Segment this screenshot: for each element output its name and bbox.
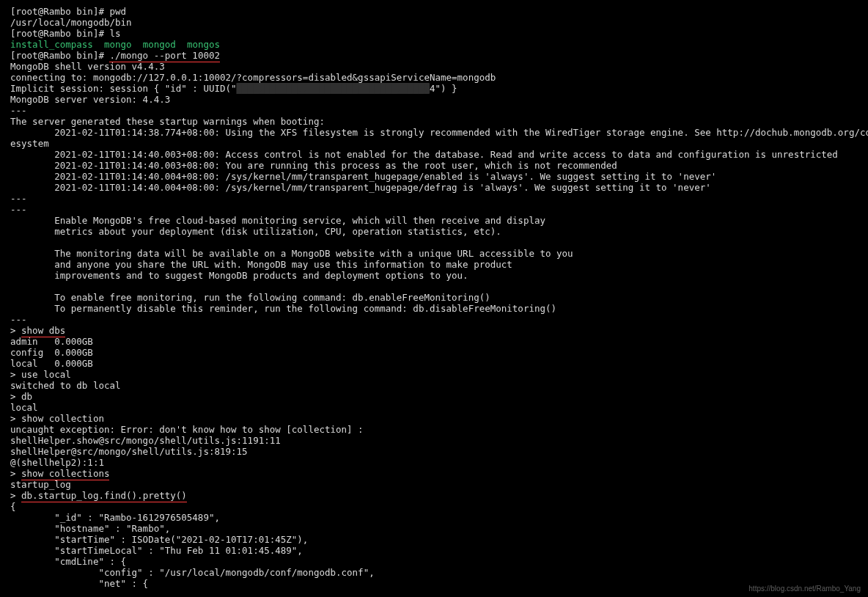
cmd-use-local: use local [21, 369, 71, 380]
cmd-find: db.startup_log.find().pretty() [21, 490, 187, 502]
dbs-line: admin 0.000GB [10, 336, 93, 347]
warn-line: esystem [10, 138, 49, 149]
error-line: shellHelper@src/mongo/shell/utils.js:819… [10, 446, 248, 457]
doc-line: "hostname" : "Rambo", [10, 523, 170, 534]
ls-item: mongo [104, 39, 132, 50]
mongo-prompt: > [10, 468, 21, 479]
session-redacted: ████.██ ██.. ██ ███ █████. ███. [237, 83, 430, 94]
fm-line: metrics about your deployment (disk util… [10, 226, 501, 237]
separator: --- [10, 193, 27, 204]
dbs-line: local 0.000GB [10, 358, 93, 369]
fm-line: The monitoring data will be available on… [10, 248, 573, 259]
shell-version: MongoDB shell version v4.4.3 [10, 61, 165, 72]
mongo-prompt: > [10, 413, 21, 424]
warn-line: 2021-02-11T01:14:40.003+08:00: Access co… [10, 149, 838, 160]
warn-line: 2021-02-11T01:14:40.004+08:00: /sys/kern… [10, 182, 711, 193]
fm-line: Enable MongoDB's free cloud-based monito… [10, 215, 545, 226]
shell-prompt: [root@Rambo bin]# [10, 6, 109, 17]
cmd-show-collection: show collection [21, 413, 104, 424]
shell-prompt: [root@Rambo bin]# [10, 28, 109, 39]
fm-line: To enable free monitoring, run the follo… [10, 292, 490, 303]
session-line-suffix: 4") } [430, 83, 457, 94]
ls-item: mongos [187, 39, 220, 50]
separator: --- [10, 314, 27, 325]
cmd-ls: ls [109, 28, 120, 39]
fm-line: improvements and to suggest MongoDB prod… [10, 270, 468, 281]
session-line-prefix: Implicit session: session { "id" : UUID(… [10, 83, 237, 94]
fm-line: and anyone you share the URL with. Mongo… [10, 259, 512, 270]
server-version: MongoDB server version: 4.4.3 [10, 94, 170, 105]
warn-line: 2021-02-11T01:14:40.003+08:00: You are r… [10, 160, 617, 171]
doc-line: "startTime" : ISODate("2021-02-10T17:01:… [10, 534, 308, 545]
doc-line: "config" : "/usr/local/mongodb/conf/mong… [10, 567, 375, 578]
collections-output: startup_log [10, 479, 71, 490]
terminal-output[interactable]: [root@Rambo bin]# pwd /usr/local/mongodb… [0, 0, 868, 595]
dbs-line: config 0.000GB [10, 347, 93, 358]
ls-item: install_compass [10, 39, 93, 50]
cmd-db: db [21, 391, 32, 402]
error-line: shellHelper.show@src/mongo/shell/utils.j… [10, 435, 281, 446]
shell-prompt: [root@Rambo bin]# [10, 50, 109, 61]
error-line: uncaught exception: Error: don't know ho… [10, 424, 364, 435]
watermark: https://blog.csdn.net/Rambo_Yang [749, 585, 861, 593]
doc-line: "cmdLine" : { [10, 556, 126, 567]
warn-header: The server generated these startup warni… [10, 116, 325, 127]
separator: --- [10, 105, 27, 116]
use-local-output: switched to db local [10, 380, 121, 391]
error-line: @(shellhelp2):1:1 [10, 457, 104, 468]
fm-line: To permanently disable this reminder, ru… [10, 303, 556, 314]
doc-line: "net" : { [10, 578, 148, 589]
mongo-prompt: > [10, 391, 21, 402]
mongo-prompt: > [10, 490, 21, 501]
mongo-prompt: > [10, 325, 21, 336]
brace: { [10, 501, 16, 512]
connecting-line: connecting to: mongodb://127.0.0.1:10002… [10, 72, 496, 83]
db-output: local [10, 402, 38, 413]
doc-line: "startTimeLocal" : "Thu Feb 11 01:01:45.… [10, 545, 303, 556]
warn-line: 2021-02-11T01:14:38.774+08:00: Using the… [10, 127, 868, 138]
doc-line: "_id" : "Rambo-1612976505489", [10, 512, 220, 523]
warn-line: 2021-02-11T01:14:40.004+08:00: /sys/kern… [10, 171, 716, 182]
cmd-pwd: pwd [109, 6, 126, 17]
ls-item: mongod [143, 39, 176, 50]
separator: --- [10, 204, 27, 215]
pwd-output: /usr/local/mongodb/bin [10, 17, 132, 28]
mongo-prompt: > [10, 369, 21, 380]
